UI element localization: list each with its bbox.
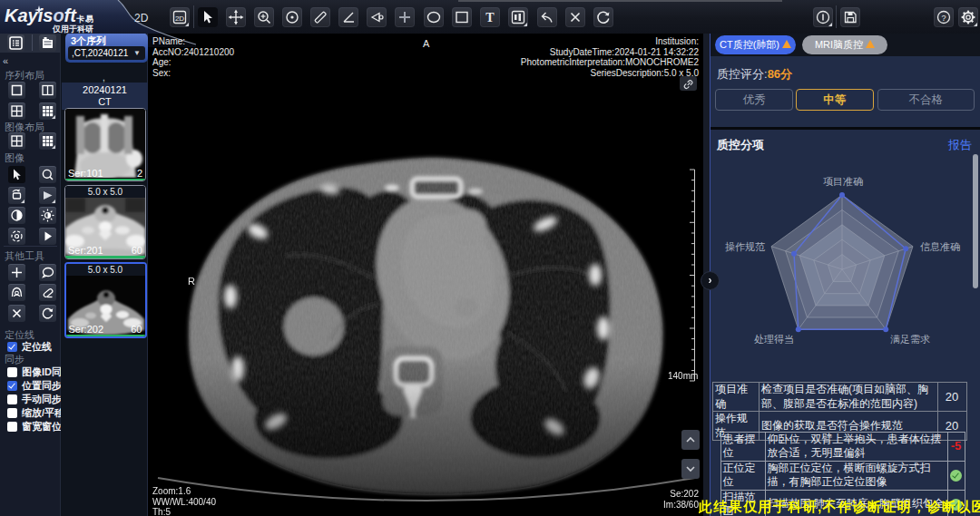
svg-text:项目准确: 项目准确 (823, 176, 863, 187)
svg-text:操作规范: 操作规范 (725, 241, 765, 252)
svg-text:T: T (485, 11, 495, 24)
svg-text:信息准确: 信息准确 (920, 241, 960, 252)
svg-text:处理得当: 处理得当 (754, 334, 794, 345)
svg-text:2D: 2D (175, 15, 184, 23)
svg-text:满足需求: 满足需求 (890, 334, 930, 345)
svg-text:?: ? (941, 14, 946, 23)
